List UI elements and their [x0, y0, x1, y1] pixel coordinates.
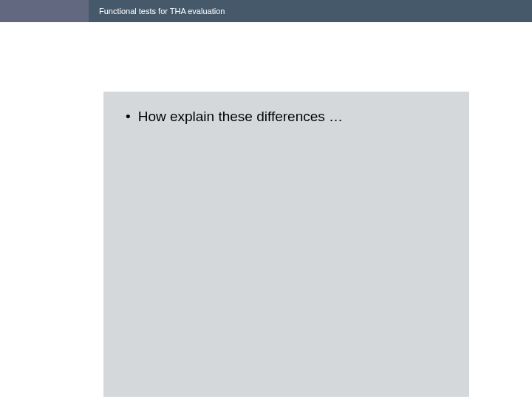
header-title: Functional tests for THA evaluation: [99, 7, 225, 16]
header-bar: Functional tests for THA evaluation: [0, 0, 532, 22]
header-title-block: Functional tests for THA evaluation: [89, 0, 532, 22]
bullet-text: How explain these differences …: [138, 109, 343, 125]
bullet-dot-icon: •: [126, 109, 131, 125]
content-panel: • How explain these differences …: [103, 92, 469, 397]
bullet-item: • How explain these differences …: [126, 109, 454, 125]
header-accent-block: [0, 0, 89, 22]
